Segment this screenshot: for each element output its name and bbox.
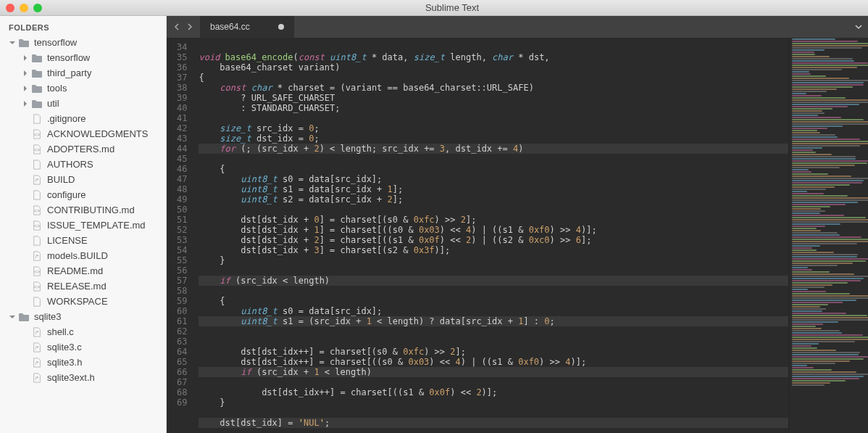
code-line[interactable]: const char * charset = (variant == base6… xyxy=(199,83,533,93)
file-row[interactable]: AUTHORS xyxy=(0,157,166,172)
file-row[interactable]: /*sqlite3ext.h xyxy=(0,370,166,385)
file-row[interactable]: <>README.md xyxy=(0,263,166,279)
file-row[interactable]: /*BUILD xyxy=(0,172,166,187)
folder-row[interactable]: third_party xyxy=(0,65,166,81)
code-line[interactable]: void base64_encode(const uint8_t * data,… xyxy=(199,52,549,62)
code-pane[interactable]: 3435363738394041424344454647484950515253… xyxy=(167,38,788,433)
file-row[interactable]: <>ISSUE_TEMPLATE.md xyxy=(0,218,166,233)
close-icon[interactable] xyxy=(6,4,14,12)
code-line[interactable]: uint8_t s2 = data[src_idx + 2]; xyxy=(199,194,403,205)
file-row[interactable]: WORKSPACE xyxy=(0,294,166,309)
line-number: 66 xyxy=(177,367,187,377)
chevron-right-icon[interactable] xyxy=(22,85,29,92)
code-line[interactable]: : STANDARD_CHARSET; xyxy=(199,103,340,113)
code-line[interactable]: uint8_t s1 = data[src_idx + 1]; xyxy=(199,184,403,194)
code-line[interactable]: dst[dst_idx] = 'NUL'; xyxy=(199,418,788,428)
file-row[interactable]: <>RELEASE.md xyxy=(0,279,166,294)
window-title: Sublime Text xyxy=(42,2,862,13)
file-row[interactable]: <>CONTRIBUTING.md xyxy=(0,202,166,218)
file-icon: /* xyxy=(31,250,43,262)
code-line[interactable]: { xyxy=(199,164,225,174)
sidebar[interactable]: FOLDERS tensorflowtensorflowthird_partyt… xyxy=(0,16,167,433)
file-row[interactable]: <>ACKNOWLEDGMENTS xyxy=(0,126,166,141)
folder-icon xyxy=(18,311,30,323)
code-line[interactable]: dst[dst_idx + 0] = charset[(s0 & 0xfc) >… xyxy=(199,215,476,225)
code-line[interactable]: dst[dst_idx + 3] = charset[(s2 & 0x3f)]; xyxy=(199,245,450,255)
file-row[interactable]: /*models.BUILD xyxy=(0,248,166,263)
tab-history-nav xyxy=(167,16,200,38)
code-line[interactable]: dst[dst_idx++] = charset[((s0 & 0x03) <<… xyxy=(199,357,586,367)
code-line[interactable]: dst[dst_idx + 1] = charset[((s0 & 0x03) … xyxy=(199,225,596,235)
code-line[interactable]: base64_charset variant) xyxy=(199,62,340,73)
code-line[interactable]: size_t dst_idx = 0; xyxy=(199,133,319,144)
minimize-icon[interactable] xyxy=(20,4,28,12)
folder-row[interactable]: tensorflow xyxy=(0,50,166,65)
code-line[interactable] xyxy=(199,265,204,276)
tree-item-label: third_party xyxy=(47,67,166,78)
code-line[interactable] xyxy=(199,205,204,215)
tree-item-label: tensorflow xyxy=(47,52,166,63)
code-line[interactable]: } xyxy=(199,255,225,265)
chevron-down-icon[interactable] xyxy=(9,39,16,46)
line-number: 69 xyxy=(177,397,187,408)
tree-item-label: shell.c xyxy=(47,326,166,337)
line-number: 52 xyxy=(177,225,187,235)
code-line[interactable]: for (; (src_idx + 2) < length; src_idx +… xyxy=(199,144,788,154)
code-line[interactable]: { xyxy=(199,296,225,306)
file-icon: /* xyxy=(31,326,43,338)
tree-item-label: tools xyxy=(47,83,166,94)
code-line[interactable] xyxy=(199,408,204,418)
editor-split: 3435363738394041424344454647484950515253… xyxy=(167,38,868,433)
tree-item-label: RELEASE.md xyxy=(47,281,166,292)
code-line[interactable] xyxy=(199,113,204,123)
code-line[interactable] xyxy=(199,337,204,347)
chevron-right-icon[interactable] xyxy=(22,54,29,62)
file-row[interactable]: configure xyxy=(0,187,166,202)
code-line[interactable]: } xyxy=(199,397,225,408)
code-line[interactable]: dst[dst_idx++] = charset[((s1 & 0x0f) <<… xyxy=(199,387,497,397)
code-line[interactable]: dst[dst_idx++] = charset[(s0 & 0xfc) >> … xyxy=(199,347,465,357)
file-row[interactable]: .gitignore xyxy=(0,111,166,126)
tab-dropdown-icon[interactable] xyxy=(849,16,868,38)
code-line[interactable]: ? URL_SAFE_CHARSET xyxy=(199,93,335,103)
line-number: 41 xyxy=(177,113,187,123)
nav-forward-icon[interactable] xyxy=(184,21,196,33)
file-icon: <> xyxy=(31,205,43,216)
file-row[interactable]: LICENSE xyxy=(0,233,166,248)
line-number: 42 xyxy=(177,123,187,133)
folder-row[interactable]: sqlite3 xyxy=(0,309,166,324)
code-line[interactable]: size_t src_idx = 0; xyxy=(199,123,319,133)
file-row[interactable]: <>ADOPTERS.md xyxy=(0,141,166,157)
file-row[interactable]: /*sqlite3.h xyxy=(0,355,166,370)
code-line[interactable]: if (src_idx < length) xyxy=(199,276,788,286)
minimap[interactable] xyxy=(788,38,868,433)
titlebar[interactable]: Sublime Text xyxy=(0,0,868,16)
file-row[interactable]: /*shell.c xyxy=(0,324,166,339)
tab-active[interactable]: base64.cc xyxy=(200,16,294,38)
file-row[interactable]: /*sqlite3.c xyxy=(0,339,166,355)
chevron-down-icon[interactable] xyxy=(9,313,16,321)
svg-text:/*: /* xyxy=(36,360,39,365)
code-line[interactable]: if (src_idx + 1 < length) xyxy=(199,367,788,377)
code-line[interactable]: uint8_t s0 = data[src_idx]; xyxy=(199,306,382,316)
line-number: 54 xyxy=(177,245,187,255)
maximize-icon[interactable] xyxy=(33,4,42,12)
line-number: 56 xyxy=(177,265,187,276)
code-line[interactable]: dst[dst_idx + 2] = charset[((s1 & 0x0f) … xyxy=(199,235,591,245)
line-number: 51 xyxy=(177,215,187,225)
folder-row[interactable]: util xyxy=(0,96,166,111)
svg-text:<>: <> xyxy=(34,207,40,213)
chevron-right-icon[interactable] xyxy=(22,100,29,107)
tab-bar[interactable]: base64.cc xyxy=(167,16,868,38)
code-line[interactable]: uint8_t s0 = data[src_idx]; xyxy=(199,174,382,184)
nav-back-icon[interactable] xyxy=(171,21,183,33)
folder-row[interactable]: tools xyxy=(0,81,166,96)
code-line[interactable] xyxy=(199,42,204,52)
line-number: 48 xyxy=(177,184,187,194)
folder-row[interactable]: tensorflow xyxy=(0,35,166,50)
line-number: 49 xyxy=(177,194,187,205)
code-line[interactable]: uint8_t s1 = (src_idx + 1 < length) ? da… xyxy=(199,316,788,326)
chevron-right-icon[interactable] xyxy=(22,70,29,77)
code-content[interactable]: void base64_encode(const uint8_t * data,… xyxy=(193,38,788,433)
code-line[interactable]: { xyxy=(199,73,204,83)
